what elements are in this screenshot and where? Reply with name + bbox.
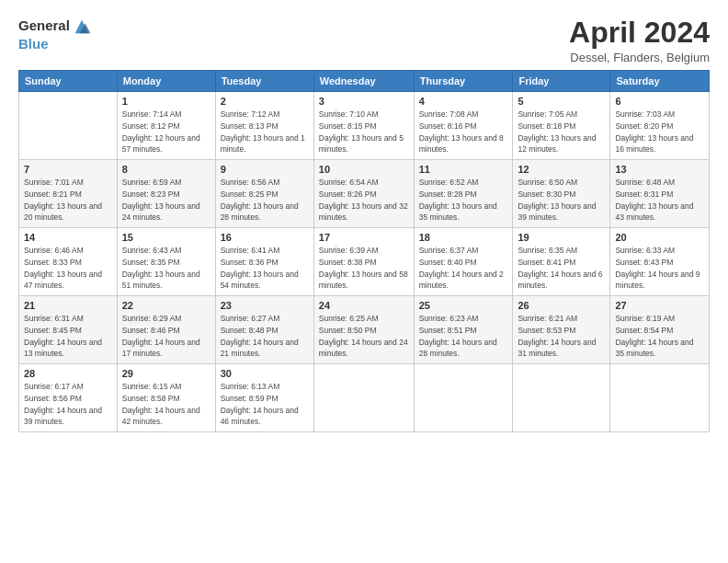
day-number: 26 (518, 300, 605, 311)
day-number: 16 (221, 232, 309, 243)
weekday-header-friday: Friday (513, 71, 610, 92)
weekday-header-row: SundayMondayTuesdayWednesdayThursdayFrid… (19, 71, 710, 92)
day-number: 30 (221, 368, 309, 379)
day-detail: Sunrise: 6:52 AMSunset: 8:28 PMDaylight:… (419, 177, 508, 224)
weekday-header-wednesday: Wednesday (313, 71, 414, 92)
day-number: 7 (24, 164, 112, 175)
day-detail: Sunrise: 6:17 AMSunset: 8:56 PMDaylight:… (24, 381, 112, 428)
day-number: 8 (122, 164, 210, 175)
day-number: 6 (615, 96, 704, 107)
weekday-header-saturday: Saturday (610, 71, 710, 92)
day-detail: Sunrise: 6:23 AMSunset: 8:51 PMDaylight:… (419, 313, 508, 360)
calendar-cell (313, 364, 414, 432)
calendar-cell: 16Sunrise: 6:41 AMSunset: 8:36 PMDayligh… (215, 228, 313, 296)
weekday-header-sunday: Sunday (19, 71, 118, 92)
day-number: 5 (518, 96, 605, 107)
day-detail: Sunrise: 6:37 AMSunset: 8:40 PMDaylight:… (419, 245, 508, 292)
day-detail: Sunrise: 7:01 AMSunset: 8:21 PMDaylight:… (24, 177, 112, 224)
day-number: 9 (221, 164, 309, 175)
day-number: 18 (419, 232, 508, 243)
day-detail: Sunrise: 7:03 AMSunset: 8:20 PMDaylight:… (615, 109, 704, 155)
day-detail: Sunrise: 6:48 AMSunset: 8:31 PMDaylight:… (615, 177, 704, 224)
calendar-cell: 22Sunrise: 6:29 AMSunset: 8:46 PMDayligh… (117, 296, 215, 364)
week-row-2: 7Sunrise: 7:01 AMSunset: 8:21 PMDaylight… (19, 160, 710, 228)
day-detail: Sunrise: 6:35 AMSunset: 8:41 PMDaylight:… (518, 245, 605, 292)
calendar-cell: 3Sunrise: 7:10 AMSunset: 8:15 PMDaylight… (313, 92, 414, 160)
day-detail: Sunrise: 7:14 AMSunset: 8:12 PMDaylight:… (122, 109, 210, 155)
calendar-cell: 1Sunrise: 7:14 AMSunset: 8:12 PMDaylight… (117, 92, 215, 160)
calendar-cell (513, 364, 610, 432)
day-detail: Sunrise: 6:21 AMSunset: 8:53 PMDaylight:… (518, 313, 605, 360)
calendar-cell: 14Sunrise: 6:46 AMSunset: 8:33 PMDayligh… (19, 228, 118, 296)
day-detail: Sunrise: 6:29 AMSunset: 8:46 PMDaylight:… (122, 313, 210, 360)
calendar-cell: 8Sunrise: 6:59 AMSunset: 8:23 PMDaylight… (117, 160, 215, 228)
week-row-1: 1Sunrise: 7:14 AMSunset: 8:12 PMDaylight… (19, 92, 710, 160)
weekday-header-thursday: Thursday (414, 71, 513, 92)
day-number: 10 (319, 164, 409, 175)
day-detail: Sunrise: 6:39 AMSunset: 8:38 PMDaylight:… (319, 245, 409, 292)
calendar-cell: 6Sunrise: 7:03 AMSunset: 8:20 PMDaylight… (610, 92, 710, 160)
day-number: 15 (122, 232, 210, 243)
calendar-cell: 4Sunrise: 7:08 AMSunset: 8:16 PMDaylight… (414, 92, 513, 160)
day-number: 28 (24, 368, 112, 379)
calendar-cell: 10Sunrise: 6:54 AMSunset: 8:26 PMDayligh… (313, 160, 414, 228)
day-number: 14 (24, 232, 112, 243)
day-detail: Sunrise: 6:54 AMSunset: 8:26 PMDaylight:… (319, 177, 409, 224)
day-detail: Sunrise: 6:19 AMSunset: 8:54 PMDaylight:… (615, 313, 704, 360)
logo: General Blue (18, 17, 92, 52)
calendar-cell: 2Sunrise: 7:12 AMSunset: 8:13 PMDaylight… (215, 92, 313, 160)
week-row-3: 14Sunrise: 6:46 AMSunset: 8:33 PMDayligh… (19, 228, 710, 296)
calendar-cell: 12Sunrise: 6:50 AMSunset: 8:30 PMDayligh… (513, 160, 610, 228)
month-title: April 2024 (569, 17, 710, 49)
calendar-cell (414, 364, 513, 432)
day-number: 2 (221, 96, 309, 107)
day-number: 20 (615, 232, 704, 243)
day-number: 19 (518, 232, 605, 243)
day-number: 29 (122, 368, 210, 379)
day-detail: Sunrise: 6:33 AMSunset: 8:43 PMDaylight:… (615, 245, 704, 292)
day-number: 21 (24, 300, 112, 311)
day-detail: Sunrise: 6:13 AMSunset: 8:59 PMDaylight:… (221, 381, 309, 428)
calendar-cell: 27Sunrise: 6:19 AMSunset: 8:54 PMDayligh… (610, 296, 710, 364)
header: General Blue April 2024 Dessel, Flanders… (18, 17, 710, 64)
calendar-cell: 23Sunrise: 6:27 AMSunset: 8:48 PMDayligh… (215, 296, 313, 364)
day-number: 11 (419, 164, 508, 175)
calendar-cell: 26Sunrise: 6:21 AMSunset: 8:53 PMDayligh… (513, 296, 610, 364)
day-number: 17 (319, 232, 409, 243)
calendar-cell: 18Sunrise: 6:37 AMSunset: 8:40 PMDayligh… (414, 228, 513, 296)
day-number: 23 (221, 300, 309, 311)
calendar-cell (610, 364, 710, 432)
calendar-cell: 25Sunrise: 6:23 AMSunset: 8:51 PMDayligh… (414, 296, 513, 364)
weekday-header-tuesday: Tuesday (215, 71, 313, 92)
calendar-table: SundayMondayTuesdayWednesdayThursdayFrid… (18, 70, 710, 432)
day-detail: Sunrise: 6:41 AMSunset: 8:36 PMDaylight:… (221, 245, 309, 292)
day-number: 27 (615, 300, 704, 311)
calendar-cell: 9Sunrise: 6:56 AMSunset: 8:25 PMDaylight… (215, 160, 313, 228)
weekday-header-monday: Monday (117, 71, 215, 92)
calendar-cell: 19Sunrise: 6:35 AMSunset: 8:41 PMDayligh… (513, 228, 610, 296)
calendar-cell: 29Sunrise: 6:15 AMSunset: 8:58 PMDayligh… (117, 364, 215, 432)
calendar-cell: 21Sunrise: 6:31 AMSunset: 8:45 PMDayligh… (19, 296, 118, 364)
day-number: 22 (122, 300, 210, 311)
calendar-cell: 28Sunrise: 6:17 AMSunset: 8:56 PMDayligh… (19, 364, 118, 432)
week-row-5: 28Sunrise: 6:17 AMSunset: 8:56 PMDayligh… (19, 364, 710, 432)
title-block: April 2024 Dessel, Flanders, Belgium (569, 17, 710, 64)
day-detail: Sunrise: 6:59 AMSunset: 8:23 PMDaylight:… (122, 177, 210, 224)
calendar-cell: 5Sunrise: 7:05 AMSunset: 8:18 PMDaylight… (513, 92, 610, 160)
day-detail: Sunrise: 6:27 AMSunset: 8:48 PMDaylight:… (221, 313, 309, 360)
day-number: 13 (615, 164, 704, 175)
calendar-cell: 24Sunrise: 6:25 AMSunset: 8:50 PMDayligh… (313, 296, 414, 364)
day-number: 25 (419, 300, 508, 311)
day-detail: Sunrise: 7:10 AMSunset: 8:15 PMDaylight:… (319, 109, 409, 155)
calendar-cell (19, 92, 118, 160)
calendar-cell: 15Sunrise: 6:43 AMSunset: 8:35 PMDayligh… (117, 228, 215, 296)
day-detail: Sunrise: 6:50 AMSunset: 8:30 PMDaylight:… (518, 177, 605, 224)
day-number: 1 (122, 96, 210, 107)
calendar-cell: 30Sunrise: 6:13 AMSunset: 8:59 PMDayligh… (215, 364, 313, 432)
day-detail: Sunrise: 7:05 AMSunset: 8:18 PMDaylight:… (518, 109, 605, 155)
calendar-cell: 20Sunrise: 6:33 AMSunset: 8:43 PMDayligh… (610, 228, 710, 296)
day-detail: Sunrise: 6:46 AMSunset: 8:33 PMDaylight:… (24, 245, 112, 292)
day-number: 4 (419, 96, 508, 107)
day-detail: Sunrise: 6:31 AMSunset: 8:45 PMDaylight:… (24, 313, 112, 360)
logo-text: General Blue (18, 17, 92, 52)
